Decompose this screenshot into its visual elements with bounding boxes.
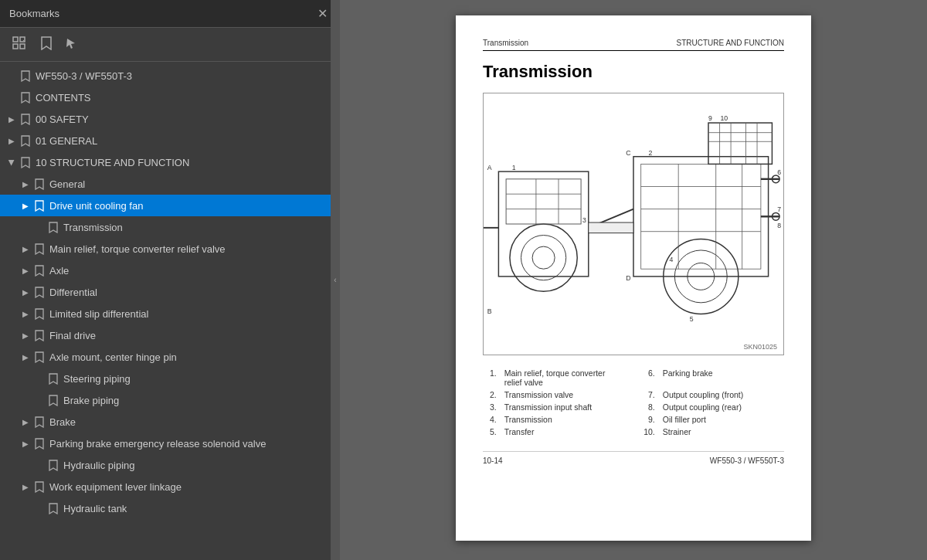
- bookmark-item-final_drive[interactable]: ▶ Final drive: [0, 324, 340, 346]
- bookmark-icon: [32, 438, 46, 450]
- bookmark-icon: [19, 157, 32, 168]
- pdf-header: Transmission STRUCTURE AND FUNCTION: [483, 39, 784, 51]
- bookmark-icon: [32, 481, 46, 493]
- expand-arrow: ▶: [19, 440, 32, 448]
- caption-num-left: 3.: [484, 402, 500, 412]
- caption-row: 4. Transmission 9. Oil filler port: [484, 414, 783, 425]
- bookmark-icon: [32, 351, 46, 363]
- bookmark-label: Drive unit cooling fan: [49, 200, 335, 212]
- bookmark-item-general2[interactable]: ▶ General: [0, 173, 340, 195]
- expand-arrow: ▶: [19, 483, 32, 491]
- pdf-page-number: 10-14: [483, 456, 503, 465]
- bookmark-item-axle_mount[interactable]: ▶ Axle mount, center hinge pin: [0, 346, 340, 368]
- bookmark-label: Work equipment lever linkage: [49, 481, 335, 493]
- expand-arrow: ▶: [19, 288, 32, 297]
- bookmark-icon: [19, 135, 32, 147]
- bookmark-button[interactable]: [36, 33, 57, 56]
- svg-rect-13: [633, 157, 769, 277]
- bookmark-label: Hydraulic piping: [63, 460, 335, 471]
- expand-arrow: ▶: [8, 155, 16, 169]
- caption-num-left: 2.: [484, 389, 500, 400]
- bookmark-item-limited_slip[interactable]: ▶ Limited slip differential: [0, 303, 340, 324]
- bookmark-item-parking_brake[interactable]: ▶ Parking brake emergency release soleno…: [0, 433, 340, 454]
- bookmark-icon: [32, 178, 46, 190]
- pdf-model-number: WF550-3 / WF550T-3: [710, 456, 784, 465]
- svg-rect-3: [20, 44, 25, 49]
- pdf-viewer-panel: Transmission STRUCTURE AND FUNCTION Tran…: [340, 0, 927, 560]
- expand-arrow: ▶: [19, 353, 32, 361]
- bookmark-label: 00 SAFETY: [36, 114, 335, 125]
- pdf-header-left: Transmission: [483, 39, 528, 47]
- bookmark-item-work_equip[interactable]: ▶ Work equipment lever linkage: [0, 476, 340, 497]
- bookmark-item-brake[interactable]: ▶ Brake: [0, 411, 340, 433]
- caption-num-left: 1.: [484, 368, 500, 388]
- grid-view-button[interactable]: [8, 33, 31, 56]
- expand-arrow: ▶: [19, 266, 32, 275]
- pdf-content: Transmission STRUCTURE AND FUNCTION Tran…: [340, 0, 927, 560]
- grid-icon: [12, 36, 26, 53]
- svg-text:B: B: [487, 307, 492, 315]
- caption-num-right: 8.: [640, 402, 658, 412]
- caption-row: 2. Transmission valve 7. Output coupling…: [484, 389, 783, 400]
- bookmark-item-safety[interactable]: ▶ 00 SAFETY: [0, 108, 340, 130]
- svg-point-5: [510, 224, 577, 291]
- bookmark-label: Final drive: [49, 330, 335, 341]
- bookmark-item-differential[interactable]: ▶ Differential: [0, 281, 340, 303]
- svg-text:1: 1: [512, 164, 516, 171]
- bookmark-item-drive_cooling[interactable]: ▶ Drive unit cooling fan: [0, 195, 340, 216]
- bookmark-icon: [40, 36, 53, 53]
- bookmark-label: 01 GENERAL: [36, 135, 335, 147]
- caption-label-right: Strainer: [660, 426, 783, 437]
- svg-text:3: 3: [582, 216, 586, 224]
- panel-header: Bookmarks ✕: [0, 0, 340, 28]
- bookmark-label: 10 STRUCTURE AND FUNCTION: [36, 157, 335, 168]
- bookmark-label: General: [49, 178, 335, 190]
- bookmark-item-hydraulic_piping[interactable]: Hydraulic piping: [0, 454, 340, 476]
- svg-text:7: 7: [777, 205, 781, 213]
- bookmarks-panel: Bookmarks ✕: [0, 0, 340, 560]
- bookmark-item-general[interactable]: ▶ 01 GENERAL: [0, 130, 340, 151]
- svg-text:A: A: [487, 164, 492, 171]
- caption-num-right: 10.: [640, 426, 658, 437]
- bookmark-label: Hydraulic tank: [63, 503, 335, 514]
- collapse-panel-toggle[interactable]: ‹: [331, 0, 340, 560]
- svg-text:2: 2: [648, 149, 652, 157]
- bookmark-label: CONTENTS: [36, 92, 335, 104]
- close-button[interactable]: ✕: [314, 6, 331, 22]
- bookmark-item-brake_piping[interactable]: Brake piping: [0, 389, 340, 411]
- cursor-icon: [65, 37, 77, 52]
- svg-rect-26: [708, 123, 772, 164]
- caption-label-right: Oil filler port: [660, 414, 783, 425]
- svg-rect-0: [13, 37, 18, 42]
- bookmark-item-hydraulic_tank[interactable]: Hydraulic tank: [0, 497, 340, 519]
- svg-text:6: 6: [777, 168, 781, 176]
- bookmark-item-steering_piping[interactable]: Steering piping: [0, 368, 340, 389]
- bookmark-item-main_relief[interactable]: ▶ Main relief, torque converter relief v…: [0, 238, 340, 260]
- svg-rect-1: [20, 37, 25, 42]
- caption-row: 3. Transmission input shaft 8. Output co…: [484, 402, 783, 412]
- svg-text:C: C: [626, 149, 630, 157]
- bookmark-item-structure[interactable]: ▶ 10 STRUCTURE AND FUNCTION: [0, 151, 340, 173]
- svg-rect-2: [13, 44, 18, 49]
- caption-row: 5. Transfer 10. Strainer: [484, 426, 783, 437]
- svg-text:8: 8: [777, 222, 781, 229]
- bookmark-item-wf550[interactable]: WF550-3 / WF550T-3: [0, 65, 340, 87]
- expand-arrow: ▶: [19, 202, 32, 210]
- bookmark-icon: [32, 330, 46, 341]
- bookmark-item-transmission[interactable]: Transmission: [0, 216, 340, 238]
- bookmark-item-contents[interactable]: CONTENTS: [0, 87, 340, 108]
- pdf-title: Transmission: [483, 62, 784, 82]
- pdf-diagram: A B C D 1 2 3 4 5 6 7 8 9 10 SKN01025: [483, 93, 784, 355]
- bookmark-label: Axle: [49, 265, 335, 277]
- caption-table: 1. Main relief, torque converter relief …: [483, 366, 784, 439]
- bookmark-label: Differential: [49, 287, 335, 298]
- caption-label-right: Output coupling (rear): [660, 402, 783, 412]
- bookmark-item-axle[interactable]: ▶ Axle: [0, 260, 340, 281]
- caption-label-right: Parking brake: [660, 368, 783, 388]
- svg-text:4: 4: [670, 256, 674, 263]
- expand-arrow: ▶: [19, 331, 32, 340]
- bookmark-icon: [46, 460, 60, 471]
- bookmark-icon: [32, 200, 46, 212]
- bookmark-label: WF550-3 / WF550T-3: [36, 70, 335, 82]
- expand-arrow: ▶: [5, 137, 19, 145]
